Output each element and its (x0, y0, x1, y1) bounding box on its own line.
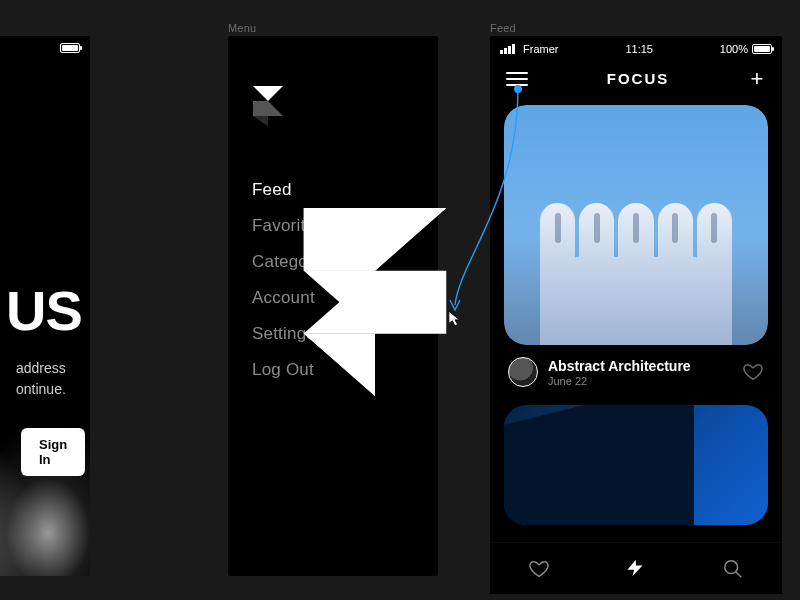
menu-item-favorites[interactable]: Favorites (252, 208, 438, 244)
mouse-cursor-icon (448, 310, 462, 328)
menu-item-feed[interactable]: Feed (252, 172, 438, 208)
feed-card-2[interactable] (504, 405, 768, 525)
signin-title-fragment: US (6, 286, 74, 336)
menu-item-account[interactable]: Account (252, 280, 438, 316)
status-time: 11:15 (625, 43, 653, 55)
battery-percent: 100% (720, 43, 748, 55)
card-meta: Abstract Architecture June 22 (490, 345, 782, 391)
menu-list: Feed Favorites Categories Account Settin… (228, 166, 438, 388)
svg-marker-3 (627, 559, 642, 576)
frame-signin[interactable]: 100% US address ontinue. Sign In (0, 36, 90, 576)
card-date: June 22 (548, 375, 691, 387)
menu-item-logout[interactable]: Log Out (252, 352, 438, 388)
tab-search-icon[interactable] (722, 558, 744, 580)
feed-title: FOCUS (607, 70, 670, 87)
tab-bar (490, 542, 782, 594)
signal-icon (500, 44, 515, 54)
svg-marker-1 (253, 101, 283, 116)
frame-menu[interactable]: Feed Favorites Categories Account Settin… (228, 36, 438, 576)
feed-card-1[interactable] (504, 105, 768, 345)
svg-marker-17 (449, 311, 460, 326)
like-button-heart-icon[interactable] (742, 361, 764, 383)
svg-point-4 (725, 560, 738, 573)
tab-favorites-heart-icon[interactable] (528, 558, 550, 580)
hamburger-menu-icon[interactable] (506, 72, 528, 86)
battery-icon (752, 44, 772, 54)
svg-line-5 (736, 571, 742, 577)
design-canvas[interactable]: Menu Feed 100% US address ontinue. Sign … (0, 0, 800, 600)
card-image (504, 105, 768, 345)
add-button[interactable]: + (748, 72, 766, 86)
frame-feed[interactable]: Framer 11:15 100% FOCUS + Abstr (490, 36, 782, 594)
svg-marker-0 (253, 86, 283, 101)
author-avatar[interactable] (508, 357, 538, 387)
feed-header: FOCUS + (490, 58, 782, 97)
svg-marker-2 (253, 116, 268, 126)
sign-in-button[interactable]: Sign In (21, 428, 85, 476)
status-bar: Framer 11:15 100% (490, 36, 782, 58)
carrier-label: Framer (523, 43, 558, 55)
tab-feed-bolt-icon[interactable] (625, 558, 647, 580)
menu-item-categories[interactable]: Categories (252, 244, 438, 280)
card-title: Abstract Architecture (548, 358, 691, 374)
app-logo-icon (252, 86, 284, 126)
frame-label-menu: Menu (228, 22, 256, 34)
frame-label-feed: Feed (490, 22, 516, 34)
signin-sub-line1: address (16, 358, 74, 379)
signin-sub-line2: ontinue. (16, 379, 74, 400)
menu-item-settings[interactable]: Settings (252, 316, 438, 352)
